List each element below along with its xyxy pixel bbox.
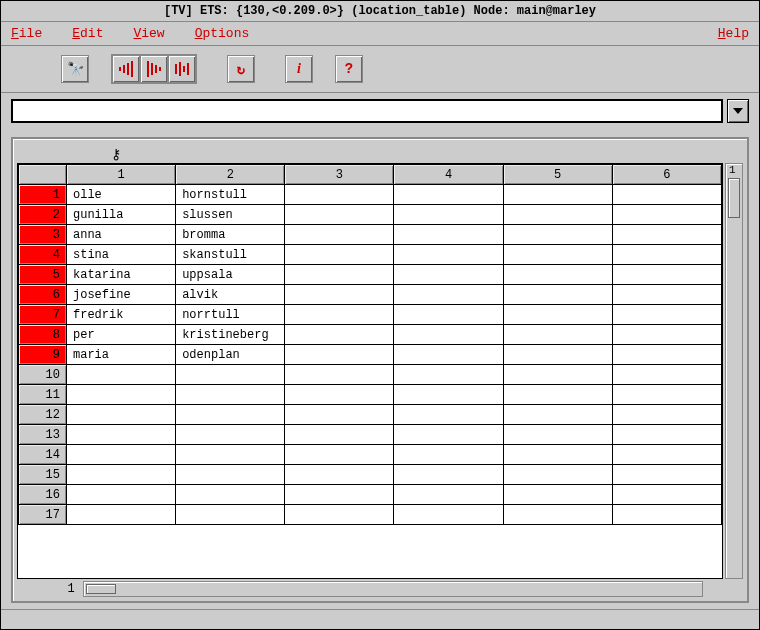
cell[interactable] <box>67 445 176 465</box>
cell[interactable] <box>285 265 394 285</box>
table-row[interactable]: 6josefinealvik <box>19 285 722 305</box>
cell[interactable] <box>285 485 394 505</box>
table-grid[interactable]: 123456 1ollehornstull2gunillaslussen3ann… <box>17 163 723 579</box>
cell[interactable] <box>285 245 394 265</box>
table-row[interactable]: 10 <box>19 365 722 385</box>
sort-asc-button[interactable] <box>112 55 140 83</box>
cell[interactable]: anna <box>67 225 176 245</box>
cell[interactable] <box>394 405 503 425</box>
cell[interactable] <box>285 405 394 425</box>
cell[interactable]: olle <box>67 185 176 205</box>
cell[interactable] <box>612 225 721 245</box>
cell[interactable] <box>176 485 285 505</box>
cell[interactable] <box>67 465 176 485</box>
cell[interactable] <box>394 365 503 385</box>
cell[interactable] <box>67 505 176 525</box>
table-row[interactable]: 13 <box>19 425 722 445</box>
row-number-cell[interactable]: 13 <box>19 425 67 445</box>
cell[interactable] <box>285 285 394 305</box>
cell[interactable] <box>503 385 612 405</box>
cell[interactable] <box>285 325 394 345</box>
cell[interactable] <box>612 265 721 285</box>
column-header-2[interactable]: 2 <box>176 165 285 185</box>
sort-none-button[interactable] <box>168 55 196 83</box>
row-number-cell[interactable]: 17 <box>19 505 67 525</box>
row-number-cell[interactable]: 12 <box>19 405 67 425</box>
cell[interactable] <box>67 485 176 505</box>
row-number-cell[interactable]: 11 <box>19 385 67 405</box>
cell[interactable] <box>394 345 503 365</box>
table-row[interactable]: 2gunillaslussen <box>19 205 722 225</box>
search-button[interactable]: 🔭 <box>61 55 89 83</box>
cell[interactable]: hornstull <box>176 185 285 205</box>
cell[interactable] <box>503 285 612 305</box>
search-history-dropdown[interactable] <box>727 99 749 123</box>
cell[interactable] <box>612 325 721 345</box>
cell[interactable] <box>612 445 721 465</box>
cell[interactable]: fredrik <box>67 305 176 325</box>
horizontal-scrollbar[interactable] <box>83 581 703 597</box>
cell[interactable] <box>394 325 503 345</box>
row-number-cell[interactable]: 6 <box>19 285 67 305</box>
cell[interactable] <box>503 425 612 445</box>
cell[interactable]: skanstull <box>176 245 285 265</box>
cell[interactable]: maria <box>67 345 176 365</box>
cell[interactable]: kristineberg <box>176 325 285 345</box>
row-number-cell[interactable]: 8 <box>19 325 67 345</box>
sort-desc-button[interactable] <box>140 55 168 83</box>
cell[interactable] <box>503 265 612 285</box>
cell[interactable] <box>612 425 721 445</box>
cell[interactable] <box>394 425 503 445</box>
cell[interactable] <box>285 365 394 385</box>
cell[interactable] <box>612 365 721 385</box>
table-row[interactable]: 5katarinauppsala <box>19 265 722 285</box>
cell[interactable] <box>67 365 176 385</box>
row-number-cell[interactable]: 2 <box>19 205 67 225</box>
table-row[interactable]: 7fredriknorrtull <box>19 305 722 325</box>
cell[interactable] <box>503 225 612 245</box>
cell[interactable] <box>394 245 503 265</box>
cell[interactable] <box>176 405 285 425</box>
table-row[interactable]: 1ollehornstull <box>19 185 722 205</box>
cell[interactable] <box>285 385 394 405</box>
info-button[interactable]: i <box>285 55 313 83</box>
cell[interactable]: alvik <box>176 285 285 305</box>
column-header-1[interactable]: 1 <box>67 165 176 185</box>
table-row[interactable]: 14 <box>19 445 722 465</box>
row-number-cell[interactable]: 14 <box>19 445 67 465</box>
cell[interactable] <box>503 405 612 425</box>
cell[interactable]: odenplan <box>176 345 285 365</box>
cell[interactable] <box>285 305 394 325</box>
cell[interactable] <box>612 245 721 265</box>
cell[interactable] <box>503 485 612 505</box>
cell[interactable] <box>394 185 503 205</box>
cell[interactable] <box>612 485 721 505</box>
cell[interactable] <box>285 425 394 445</box>
vscroll-thumb[interactable] <box>728 178 740 218</box>
table-row[interactable]: 11 <box>19 385 722 405</box>
cell[interactable] <box>176 505 285 525</box>
menu-file[interactable]: File <box>11 26 42 41</box>
vertical-scrollbar[interactable]: 1 <box>725 163 743 579</box>
cell[interactable] <box>394 505 503 525</box>
cell[interactable]: stina <box>67 245 176 265</box>
cell[interactable] <box>394 225 503 245</box>
cell[interactable]: uppsala <box>176 265 285 285</box>
cell[interactable]: katarina <box>67 265 176 285</box>
cell[interactable] <box>503 325 612 345</box>
cell[interactable] <box>394 485 503 505</box>
cell[interactable] <box>67 385 176 405</box>
cell[interactable] <box>394 465 503 485</box>
table-row[interactable]: 12 <box>19 405 722 425</box>
column-header-3[interactable]: 3 <box>285 165 394 185</box>
cell[interactable] <box>503 345 612 365</box>
cell[interactable] <box>176 365 285 385</box>
hscroll-thumb[interactable] <box>86 584 116 594</box>
cell[interactable] <box>503 205 612 225</box>
cell[interactable] <box>503 245 612 265</box>
cell[interactable]: bromma <box>176 225 285 245</box>
cell[interactable] <box>285 185 394 205</box>
cell[interactable] <box>612 305 721 325</box>
cell[interactable] <box>612 465 721 485</box>
row-number-cell[interactable]: 5 <box>19 265 67 285</box>
